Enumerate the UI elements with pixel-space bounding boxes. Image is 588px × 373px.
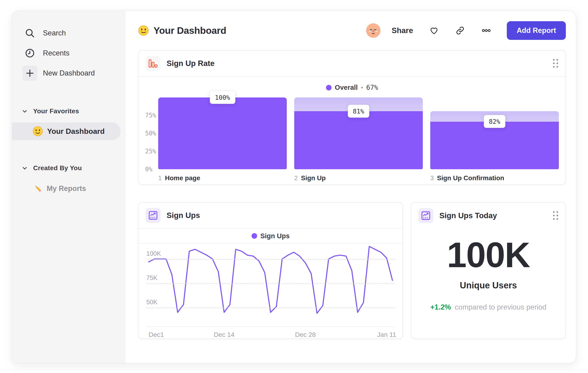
add-report-button[interactable]: Add Report: [507, 21, 566, 40]
bottom-cards-row: Sign Ups Sign Ups 100K75K50K Dec1Dec 14D…: [138, 202, 566, 339]
sidebar-item-my-reports[interactable]: My Reports: [12, 181, 125, 196]
y-tick-label: 50K: [146, 299, 158, 306]
section-title: Your Favorites: [33, 108, 79, 115]
funnel-legend: Overall • 67%: [139, 84, 565, 91]
gridline: [146, 307, 395, 308]
signup-rate-card-header: Sign Up Rate: [139, 50, 565, 77]
legend-label: Overall: [335, 84, 358, 91]
line-chart-icon: [146, 208, 160, 223]
metric-value: 100K: [447, 237, 530, 272]
step-label: 2 Sign Up: [294, 174, 423, 182]
sidebar-nav: Search Recents New Dashboard: [12, 23, 125, 83]
y-tick-label: 100K: [146, 250, 161, 257]
drag-handle-icon[interactable]: [553, 59, 558, 68]
line-chart-icon: [418, 208, 433, 223]
step-name: Sign Up: [301, 174, 326, 182]
chevron-down-icon: [21, 165, 28, 171]
clock-icon: [22, 46, 37, 60]
page-title: Your Dashboard: [154, 25, 226, 36]
signups-line-chart: 100K75K50K: [146, 244, 395, 326]
step-number: 3: [430, 175, 434, 182]
conversion-tooltip: 81%: [348, 105, 369, 118]
sidebar-section-created: Created By You My Reports: [12, 161, 125, 196]
smiley-emoji-icon: [33, 126, 43, 136]
step-name: Home page: [165, 174, 200, 182]
legend-dot: [252, 233, 257, 239]
funnel-y-tick-label: 25%: [145, 148, 156, 155]
section-header-created-by-you[interactable]: Created By You: [12, 161, 125, 176]
funnel-bar-converted: [430, 122, 559, 170]
sidebar-item-recents[interactable]: Recents: [12, 43, 125, 63]
step-name: Sign Up Confirmation: [437, 174, 504, 182]
plus-icon: [22, 66, 37, 81]
funnel-bar-sign-up-confirmation[interactable]: 82%: [430, 97, 559, 169]
signups-legend: Sign Ups: [139, 229, 402, 244]
smiley-emoji-icon: [138, 25, 149, 36]
step-number: 1: [158, 175, 162, 182]
sidebar-item-new-dashboard[interactable]: New Dashboard: [12, 63, 125, 83]
metric-body: 100K Unique Users +1.2% compared to prev…: [411, 237, 565, 339]
funnel-bar-converted: [294, 111, 423, 169]
funnel-y-tick-label: 0%: [145, 166, 152, 173]
section-title: Created By You: [33, 164, 82, 172]
sidebar-item-label: Your Dashboard: [47, 127, 105, 136]
step-number: 2: [294, 175, 298, 182]
conversion-tooltip: 82%: [484, 115, 505, 128]
signup-rate-card: Sign Up Rate Overall • 67% 75%50%25%0% 1…: [138, 50, 566, 185]
app-window: Search Recents New Dashboard: [12, 10, 576, 363]
more-options-icon[interactable]: [481, 25, 491, 36]
gridline: [146, 259, 395, 260]
funnel-y-tick-label: 75%: [145, 112, 156, 119]
conversion-tooltip: 100%: [210, 91, 235, 104]
legend-value: 67%: [366, 84, 378, 91]
legend-separator: •: [361, 84, 363, 91]
delta-badge: +1.2%: [430, 303, 451, 312]
funnel-bar-sign-up[interactable]: 81%: [294, 97, 423, 169]
y-tick-label: 75K: [146, 274, 158, 282]
search-icon: [22, 26, 37, 40]
funnel-y-tick-label: 50%: [145, 130, 156, 137]
step-label: 3 Sign Up Confirmation: [430, 174, 559, 182]
step-label: 1 Home page: [158, 174, 287, 182]
drag-handle-icon[interactable]: [553, 211, 558, 220]
share-button[interactable]: Share: [392, 26, 413, 35]
x-tick-label: Dec 14: [214, 331, 234, 339]
delta-note: compared to previous period: [455, 303, 546, 312]
x-tick-label: Dec 28: [295, 331, 316, 339]
signups-x-axis: Dec1Dec 14Dec 28Jan 11: [146, 326, 395, 341]
avatar[interactable]: [366, 23, 381, 38]
gridline: [146, 283, 395, 284]
card-title: Sign Ups Today: [439, 211, 497, 220]
funnel-y-axis: 75%50%25%0%: [145, 97, 155, 169]
signups-card: Sign Ups Sign Ups 100K75K50K Dec1Dec 14D…: [138, 202, 403, 339]
card-title: Sign Up Rate: [167, 59, 214, 68]
favorite-heart-icon[interactable]: [429, 25, 439, 36]
funnel-bar-home-page[interactable]: 100%: [158, 97, 287, 169]
sidebar-item-your-dashboard[interactable]: Your Dashboard: [12, 122, 121, 140]
sidebar-item-label: My Reports: [47, 184, 86, 193]
legend-dot: [326, 85, 332, 91]
line-series: [146, 244, 395, 326]
pencil-icon: [33, 184, 43, 193]
copy-link-icon[interactable]: [455, 25, 465, 36]
sidebar-item-label: Search: [43, 29, 66, 37]
main-content: Your Dashboard Share: [125, 11, 576, 363]
funnel-step-labels: 1 Home page 2 Sign Up 3 Sign Up Confirma…: [139, 174, 565, 182]
card-title: Sign Ups: [167, 211, 200, 220]
sidebar-section-favorites: Your Favorites Your Dashboard: [12, 104, 125, 140]
metric-label: Unique Users: [460, 281, 517, 291]
sidebar: Search Recents New Dashboard: [12, 11, 125, 363]
funnel-chart: 75%50%25%0% 100% 81% 8: [139, 97, 565, 169]
x-tick-label: Jan 11: [377, 331, 396, 339]
sidebar-item-label: New Dashboard: [43, 69, 95, 77]
x-tick-label: Dec1: [149, 331, 164, 339]
funnel-bar-converted: [158, 97, 287, 169]
dashboard-header: Your Dashboard Share: [138, 11, 566, 50]
funnel-chart-icon: [146, 56, 160, 71]
sidebar-item-label: Recents: [43, 49, 70, 57]
sidebar-item-search[interactable]: Search: [12, 23, 125, 43]
funnel-bars: 100% 81% 82%: [158, 97, 559, 169]
chevron-down-icon: [21, 108, 28, 114]
metric-delta-row: +1.2% compared to previous period: [430, 303, 546, 312]
section-header-your-favorites[interactable]: Your Favorites: [12, 104, 125, 119]
